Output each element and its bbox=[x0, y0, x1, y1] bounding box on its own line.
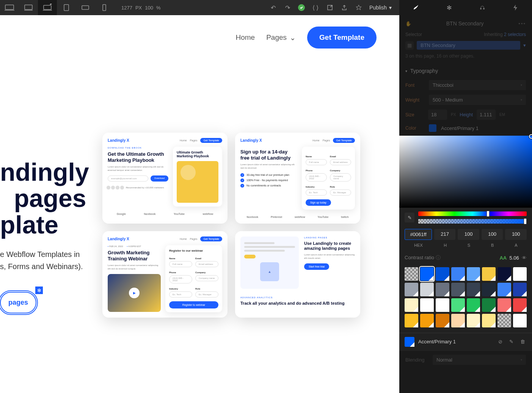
swatch-item[interactable] bbox=[482, 267, 496, 281]
swatch-item[interactable] bbox=[513, 298, 527, 312]
preview-card-webinar[interactable]: Landingly XHomePagesGet Template FEB 24,… bbox=[102, 231, 228, 318]
alpha-slider[interactable] bbox=[418, 219, 527, 224]
swatch-item[interactable] bbox=[420, 267, 434, 281]
breakpoint-mobile[interactable] bbox=[95, 0, 114, 15]
preview-card-signup[interactable]: Landingly XHomePagesGet Template Sign up… bbox=[235, 133, 360, 224]
unlink-icon[interactable]: ⊘ bbox=[497, 339, 504, 344]
preview-icon[interactable] bbox=[326, 4, 334, 11]
swatch-item[interactable] bbox=[451, 283, 465, 296]
swatch-item[interactable] bbox=[436, 314, 449, 327]
swatch-item[interactable] bbox=[405, 267, 418, 281]
breakpoint-switcher bbox=[0, 0, 114, 15]
swatch-item[interactable] bbox=[467, 283, 480, 296]
selector-state-icon[interactable]: ▦ bbox=[405, 41, 414, 50]
swatch-item[interactable] bbox=[497, 314, 511, 327]
hero-heading[interactable]: ndingly pagesplate bbox=[0, 159, 89, 238]
swatch-item[interactable] bbox=[497, 298, 511, 312]
swatch-item[interactable] bbox=[420, 314, 434, 327]
nav-pages[interactable]: Pages ⌄ bbox=[266, 33, 296, 42]
preview-card-ebook[interactable]: Landingly XHomePagesGet Template DOWNLOA… bbox=[102, 133, 228, 224]
hero-subtitle[interactable]: e Webflow Templates in s, Forms and Webi… bbox=[0, 248, 83, 272]
breakpoint-desktop[interactable] bbox=[38, 0, 57, 15]
swatch-item[interactable] bbox=[513, 314, 527, 327]
sv-handle[interactable] bbox=[529, 134, 532, 139]
size-input[interactable]: 18 bbox=[428, 110, 447, 120]
swatch-palette bbox=[399, 264, 532, 330]
audit-icon[interactable] bbox=[355, 4, 363, 11]
swatch-item[interactable] bbox=[482, 283, 496, 296]
swatch-item[interactable] bbox=[451, 314, 465, 327]
swatch-item[interactable] bbox=[451, 298, 465, 312]
swatch-item[interactable] bbox=[513, 267, 527, 281]
swatch-item[interactable] bbox=[467, 314, 480, 327]
h-input[interactable]: 217 bbox=[434, 229, 456, 240]
element-settings-icon[interactable]: ✻ bbox=[35, 287, 43, 294]
height-input[interactable]: 1.111 bbox=[477, 110, 496, 120]
swatch-item[interactable] bbox=[482, 298, 496, 312]
canvas-width[interactable]: 1277 bbox=[121, 5, 132, 11]
swatch-item[interactable] bbox=[451, 267, 465, 281]
style-manager-icon[interactable] bbox=[479, 4, 486, 11]
info-icon[interactable]: ⓘ bbox=[436, 255, 441, 260]
swatch-item[interactable] bbox=[405, 298, 418, 312]
breakpoint-xl[interactable] bbox=[0, 0, 19, 15]
sv-gradient[interactable] bbox=[399, 136, 532, 208]
style-panel-icon[interactable] bbox=[412, 4, 420, 11]
svg-rect-7 bbox=[82, 6, 89, 9]
contrast-ratio: Contrast ratio ⓘ AA 5.06 👁 bbox=[399, 251, 532, 264]
blending-select[interactable]: Normal▾ bbox=[433, 355, 526, 365]
chevron-down-icon[interactable]: ▾ bbox=[523, 42, 526, 48]
trash-icon[interactable]: 🗑 bbox=[519, 339, 527, 344]
nav-home[interactable]: Home bbox=[235, 33, 255, 42]
swatch-item[interactable] bbox=[513, 283, 527, 296]
inheriting-link[interactable]: 2 selectors bbox=[504, 32, 526, 37]
svg-rect-0 bbox=[5, 5, 14, 9]
typography-section[interactable]: Typography bbox=[399, 64, 532, 78]
nav-cta-button[interactable]: Get Template bbox=[307, 27, 377, 49]
hue-slider[interactable] bbox=[418, 211, 527, 216]
swatch-item[interactable] bbox=[436, 298, 449, 312]
hex-input[interactable]: #0061ff bbox=[405, 229, 432, 240]
breakpoint-tablet[interactable] bbox=[57, 0, 76, 15]
swatch-item[interactable] bbox=[497, 267, 511, 281]
svg-rect-8 bbox=[103, 5, 106, 11]
color-swatch[interactable] bbox=[429, 124, 436, 132]
svg-point-10 bbox=[480, 8, 482, 9]
swatch-item[interactable] bbox=[482, 314, 496, 327]
swatch-item[interactable] bbox=[436, 267, 449, 281]
interactions-panel-icon[interactable] bbox=[512, 4, 519, 11]
code-icon[interactable]: ⟨ ⟩ bbox=[312, 4, 319, 11]
export-icon[interactable] bbox=[341, 4, 348, 11]
redo-icon[interactable]: ↷ bbox=[284, 4, 291, 11]
publish-button[interactable]: Publish ▾ bbox=[369, 5, 392, 11]
undo-icon[interactable]: ↶ bbox=[269, 4, 277, 11]
breakpoint-mobile-landscape[interactable] bbox=[76, 0, 95, 15]
swatch-item[interactable] bbox=[436, 283, 449, 296]
swatch-item[interactable] bbox=[405, 283, 418, 296]
a-input[interactable]: 100 bbox=[505, 229, 527, 240]
btn-secondary-selected[interactable]: pages bbox=[0, 292, 36, 313]
swatch-item[interactable] bbox=[420, 298, 434, 312]
font-select[interactable]: Thicccboi▾ bbox=[429, 80, 526, 90]
weight-select[interactable]: 500 - Medium▾ bbox=[429, 95, 526, 105]
swatch-item[interactable] bbox=[467, 267, 480, 281]
style-panel: ✋ BTN Secondary ••• Selector Inheriting … bbox=[399, 15, 532, 393]
preview-card-analytics[interactable]: ▲ LANDING PAGES Use Landingly to create … bbox=[235, 231, 360, 318]
eye-icon[interactable]: 👁 bbox=[522, 255, 527, 261]
edit-icon[interactable]: ✎ bbox=[508, 339, 515, 344]
swatch-item[interactable] bbox=[497, 283, 511, 296]
current-swatch[interactable] bbox=[405, 337, 414, 347]
swatch-item[interactable] bbox=[420, 283, 434, 296]
status-ok-icon[interactable] bbox=[298, 4, 305, 11]
selector-tag[interactable]: BTN Secondary bbox=[417, 41, 520, 50]
eyedropper-icon[interactable]: ✎ bbox=[405, 213, 414, 222]
settings-panel-icon[interactable]: ✻ bbox=[445, 4, 453, 11]
breakpoint-lg[interactable] bbox=[19, 0, 38, 15]
s-input[interactable]: 100 bbox=[458, 229, 479, 240]
more-icon[interactable]: ••• bbox=[518, 21, 526, 27]
design-canvas[interactable]: Home Pages ⌄ Get Template ndingly pagesp… bbox=[0, 15, 399, 393]
canvas-zoom[interactable]: 100 bbox=[145, 5, 153, 11]
swatch-item[interactable] bbox=[405, 314, 418, 327]
swatch-item[interactable] bbox=[467, 298, 480, 312]
b-input[interactable]: 100 bbox=[482, 229, 503, 240]
